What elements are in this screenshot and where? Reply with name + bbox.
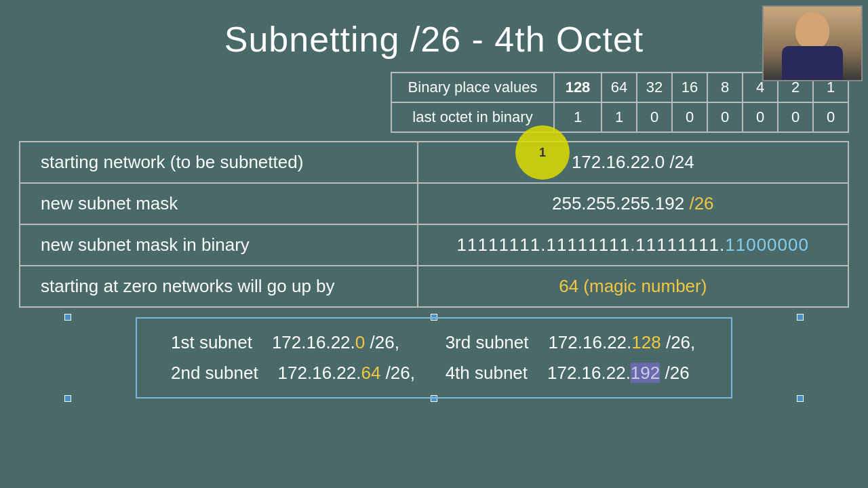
row2-addr: 255.255.255.192 <box>552 193 689 214</box>
binary-octet-6: 0 <box>778 102 813 132</box>
row2-right: 255.255.255.192 /26 <box>418 183 848 224</box>
handle-tr <box>797 314 804 321</box>
subnet2-label: 2nd subnet 172.16.22.64 /26, <box>157 359 431 388</box>
handle-tl <box>64 314 71 321</box>
subnet1-suffix: /26, <box>370 332 399 352</box>
handle-bl <box>64 395 71 402</box>
page-title: Subnetting /26 - 4th Octet <box>0 0 868 72</box>
binary-val-32: 32 <box>637 73 672 102</box>
row2-left: new subnet mask <box>20 183 418 224</box>
subnet1-label: 1st subnet 172.16.22.0 /26, <box>157 328 431 357</box>
binary-val-128: 128 <box>554 73 601 102</box>
subnet4-label: 4th subnet 172.16.22.192 /26 <box>432 359 711 388</box>
binary-octet-2: 0 <box>637 102 672 132</box>
subnet-row-1: 1st subnet 172.16.22.0 /26, 3rd subnet 1… <box>157 328 711 357</box>
subnet3-suffix: /26, <box>666 332 695 352</box>
subnet2-suffix: /26, <box>386 363 415 383</box>
row4-left: starting at zero networks will go up by <box>20 266 418 307</box>
binary-octet-3: 0 <box>672 102 707 132</box>
highlight-circle: 1 <box>515 125 570 180</box>
webcam-person <box>764 7 861 80</box>
subnet3-addr: 172.16.22. <box>548 332 631 352</box>
binary-octet-7: 0 <box>813 102 848 132</box>
webcam-head <box>795 12 829 49</box>
subnet3-label: 3rd subnet 172.16.22.128 /26, <box>432 328 711 357</box>
row1-right: 172.16.22.0 /24 <box>418 142 848 183</box>
subnets-box: 1st subnet 172.16.22.0 /26, 3rd subnet 1… <box>136 317 732 399</box>
info-table-wrapper: starting network (to be subnetted) 172.1… <box>19 141 849 308</box>
info-table: starting network (to be subnetted) 172.1… <box>19 141 849 308</box>
row2-suffix: /26 <box>689 193 713 214</box>
binary-octet-0: 1 <box>554 102 601 132</box>
row1-addr: 172.16.22.0 /24 <box>572 152 694 172</box>
binary-mask-last: 11000000 <box>725 235 809 255</box>
binary-row1-label: Binary place values <box>391 73 554 102</box>
binary-octet-1: 1 <box>601 102 637 132</box>
subnet4-suffix: /26 <box>665 363 689 383</box>
subnet2-addr: 172.16.22. <box>278 363 361 383</box>
table-row: starting at zero networks will go up by … <box>20 266 848 307</box>
highlight-label: 1 <box>539 146 546 160</box>
binary-val-16: 16 <box>672 73 707 102</box>
subnet4-num: 192 <box>631 363 660 383</box>
subnets-table: 1st subnet 172.16.22.0 /26, 3rd subnet 1… <box>156 327 712 389</box>
subnet-row-2: 2nd subnet 172.16.22.64 /26, 4th subnet … <box>157 359 711 388</box>
table-row: new subnet mask 255.255.255.192 /26 <box>20 183 848 224</box>
subnet1-addr: 172.16.22. <box>272 332 355 352</box>
row4-right: 64 (magic number) <box>418 266 848 307</box>
binary-val-8: 8 <box>707 73 743 102</box>
handle-br <box>797 395 804 402</box>
magic-number: 64 (magic number) <box>559 276 707 296</box>
row3-right: 11111111.11111111.11111111.11000000 <box>418 224 848 266</box>
webcam-overlay <box>762 5 863 81</box>
table-row: new subnet mask in binary 11111111.11111… <box>20 224 848 266</box>
subnets-container: 1st subnet 172.16.22.0 /26, 3rd subnet 1… <box>68 317 800 399</box>
binary-octet-4: 0 <box>707 102 743 132</box>
binary-val-64: 64 <box>601 73 637 102</box>
subnet2-num: 64 <box>361 363 380 383</box>
subnet4-addr: 172.16.22. <box>547 363 631 383</box>
binary-table-wrapper: Binary place values 128 64 32 16 8 4 2 1… <box>0 72 868 133</box>
webcam-body <box>782 46 843 80</box>
subnet3-num: 128 <box>631 332 660 352</box>
subnet1-num: 0 <box>355 332 365 352</box>
binary-mask-main: 11111111.11111111.11111111. <box>457 235 726 255</box>
table-row: starting network (to be subnetted) 172.1… <box>20 142 848 183</box>
row1-left: starting network (to be subnetted) <box>20 142 418 183</box>
row3-left: new subnet mask in binary <box>20 224 418 266</box>
binary-octet-5: 0 <box>743 102 778 132</box>
